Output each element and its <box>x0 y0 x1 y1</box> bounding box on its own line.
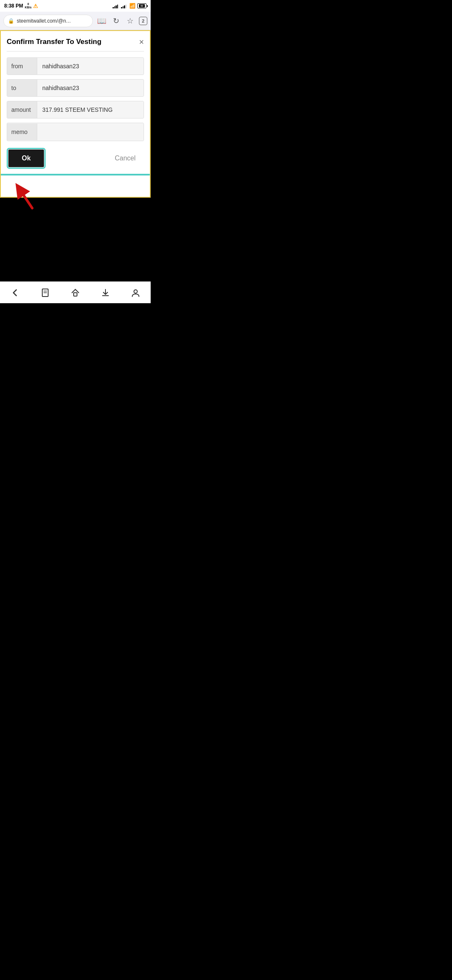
tab-count[interactable]: 2 <box>139 17 147 25</box>
amount-value: 317.991 STEEM VESTING <box>37 101 144 118</box>
bookmarks-nav-button[interactable] <box>36 284 54 302</box>
wifi-icon: 📶 <box>129 3 136 9</box>
signal-icon-1 <box>113 4 118 8</box>
ok-button[interactable]: Ok <box>8 150 44 167</box>
home-button[interactable] <box>66 284 85 302</box>
teal-accent-bar <box>1 174 150 175</box>
status-right: 📶 83 <box>113 3 146 9</box>
svg-point-8 <box>134 290 137 293</box>
url-text: steemitwallet.com/@nahid <box>17 18 71 24</box>
status-left: 8:38 PM 0KB/s ⚠ <box>4 3 38 10</box>
to-row: to nahidhasan23 <box>7 79 144 97</box>
battery-icon: 83 <box>137 3 146 8</box>
from-label: from <box>7 58 37 75</box>
star-icon[interactable]: ☆ <box>125 16 136 26</box>
black-area <box>0 198 151 281</box>
url-bar[interactable]: 🔒 steemitwallet.com/@nahid <box>3 15 93 27</box>
from-row: from nahidhasan23 <box>7 57 144 75</box>
warning-icon: ⚠ <box>33 3 38 9</box>
action-row: Ok Cancel <box>7 150 144 167</box>
dialog: Confirm Transfer To Vesting × from nahid… <box>1 31 150 174</box>
page-area: Confirm Transfer To Vesting × from nahid… <box>0 30 151 198</box>
bookmarks-icon[interactable]: 📖 <box>96 16 107 26</box>
signal-icon-2 <box>121 4 126 8</box>
profile-button[interactable] <box>126 284 145 302</box>
from-value: nahidhasan23 <box>37 58 144 75</box>
memo-label: memo <box>7 124 37 140</box>
memo-row: memo <box>7 123 144 141</box>
browser-bar: 🔒 steemitwallet.com/@nahid 📖 ↻ ☆ 2 <box>0 12 151 30</box>
status-bar: 8:38 PM 0KB/s ⚠ 📶 83 <box>0 0 151 12</box>
download-button[interactable] <box>96 284 115 302</box>
status-kb: 0KB/s <box>25 3 31 10</box>
dialog-header: Confirm Transfer To Vesting × <box>7 38 144 46</box>
dialog-title: Confirm Transfer To Vesting <box>7 38 101 46</box>
amount-label: amount <box>7 101 37 118</box>
dialog-divider <box>7 51 144 52</box>
status-time: 8:38 PM <box>4 3 23 9</box>
cancel-button[interactable]: Cancel <box>108 150 142 167</box>
close-button[interactable]: × <box>139 38 144 46</box>
memo-value <box>37 123 144 141</box>
to-label: to <box>7 80 37 96</box>
battery-level: 83 <box>141 5 144 7</box>
amount-row: amount 317.991 STEEM VESTING <box>7 101 144 119</box>
svg-rect-6 <box>102 295 109 296</box>
bottom-nav <box>0 281 151 303</box>
back-button[interactable] <box>6 284 24 302</box>
to-value: nahidhasan23 <box>37 80 144 96</box>
lock-icon: 🔒 <box>8 18 14 24</box>
refresh-icon[interactable]: ↻ <box>110 16 121 26</box>
svg-rect-5 <box>74 293 77 296</box>
